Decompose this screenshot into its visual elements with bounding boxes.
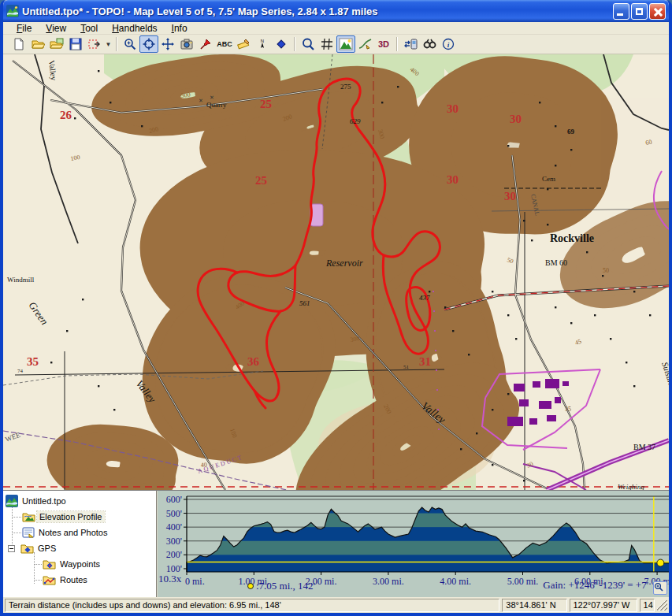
svg-text:0 mi.: 0 mi. <box>185 576 205 587</box>
export-dropdown-caret[interactable]: ▼ <box>104 35 113 53</box>
tree-item-label[interactable]: Elevation Profile <box>37 511 105 522</box>
magnifier-tool-button[interactable] <box>299 35 317 53</box>
pan-tool-button[interactable] <box>158 35 177 53</box>
compass-tool-button[interactable]: N <box>253 35 272 53</box>
app-window: Untitled.tpo* - TOPO! - Map Level 5 of 5… <box>0 0 672 616</box>
text-label-tool-button[interactable]: ABC <box>215 35 234 53</box>
menu-bar: File View Tool Handhelds Info <box>3 22 669 35</box>
svg-text:✕: ✕ <box>210 95 214 101</box>
tree-item-routes[interactable]: Routes <box>3 572 156 588</box>
tree-item-waypoints[interactable]: Waypoints <box>3 556 156 572</box>
profile-tool-button[interactable] <box>355 35 374 53</box>
svg-text:30: 30 <box>504 190 516 202</box>
save-button[interactable] <box>66 35 85 53</box>
status-message: Terrain distance (includes ups and downs… <box>5 599 499 612</box>
svg-text:✕: ✕ <box>199 98 203 104</box>
elevation-profile-panel[interactable]: 600'500'400'300'200'100'0 mi.1.00 mi.2.0… <box>158 491 669 597</box>
svg-text:BM 37: BM 37 <box>633 443 655 451</box>
tree-item-label[interactable]: Notes and Photos <box>39 528 107 537</box>
svg-text:74: 74 <box>17 368 24 374</box>
close-button[interactable] <box>649 3 666 20</box>
toolbar-separator <box>396 37 398 51</box>
grid-overlay-tool-button[interactable] <box>317 35 336 53</box>
status-bar: Terrain distance (includes ups and downs… <box>3 597 669 613</box>
import-map-button[interactable] <box>47 35 66 53</box>
svg-text:30: 30 <box>510 113 522 125</box>
title-bar[interactable]: Untitled.tpo* - TOPO! - Map Level 5 of 5… <box>3 0 669 22</box>
svg-text:Weighing: Weighing <box>618 483 644 490</box>
view-3d-tool-button[interactable]: 3D <box>374 35 393 53</box>
menu-info[interactable]: Info <box>165 23 195 34</box>
menu-view[interactable]: View <box>39 23 73 34</box>
tree-item-label[interactable]: GPS <box>38 544 56 553</box>
photo-tool-button[interactable] <box>177 35 196 53</box>
tree-item-label[interactable]: Routes <box>60 575 87 584</box>
collapse-toggle[interactable] <box>8 545 15 552</box>
resize-grip[interactable] <box>657 600 667 610</box>
tree-item-notes-photos[interactable]: Notes and Photos <box>3 525 156 540</box>
svg-text:437: 437 <box>419 294 430 302</box>
svg-text:300: 300 <box>180 91 191 99</box>
svg-text:300': 300' <box>166 536 182 547</box>
svg-text:5.00 mi.: 5.00 mi. <box>507 576 539 587</box>
svg-text:200': 200' <box>166 549 182 560</box>
profile-zoom-button[interactable] <box>653 581 667 595</box>
topo-map[interactable]: 26252530303030353631RockvilleBM 60Cem69B… <box>3 54 669 490</box>
routes-icon <box>43 574 56 585</box>
svg-text:629: 629 <box>350 117 361 125</box>
svg-text:3.00 mi.: 3.00 mi. <box>373 576 404 587</box>
app-icon <box>6 5 19 17</box>
new-document-button[interactable] <box>9 35 28 53</box>
svg-text:31: 31 <box>419 355 431 368</box>
status-latitude: 38°14.861' N <box>502 599 566 612</box>
svg-text:Windmill: Windmill <box>7 276 35 284</box>
notes-photos-icon <box>22 527 35 538</box>
menu-handhelds[interactable]: Handhelds <box>105 23 164 34</box>
waypoints-icon <box>43 558 56 570</box>
tpo-file-icon <box>6 495 18 507</box>
toolbar-separator <box>294 37 295 51</box>
pushpin-tool-button[interactable] <box>196 35 215 53</box>
gps-transfer-button[interactable] <box>401 35 420 53</box>
zoom-in-tool-button[interactable] <box>121 35 139 53</box>
vertical-exaggeration-label: 10.3x <box>158 573 181 585</box>
svg-text:BM 60: BM 60 <box>545 258 567 267</box>
svg-text:4.00 mi.: 4.00 mi. <box>440 576 471 587</box>
svg-text:275: 275 <box>340 83 351 91</box>
status-map-level: 14 <box>640 599 655 612</box>
toolbar: ▼ ABC N 3D <box>3 35 669 54</box>
open-file-button[interactable] <box>28 35 47 53</box>
tree-item-label[interactable]: Waypoints <box>60 559 100 569</box>
tree-item-elevation-profile[interactable]: Elevation Profile <box>3 509 156 525</box>
menu-tool[interactable]: Tool <box>73 23 105 34</box>
svg-text:Cem: Cem <box>542 175 555 183</box>
svg-text:Quarry: Quarry <box>206 101 227 109</box>
svg-text:i: i <box>447 41 450 49</box>
file-tree: Untitled.tpo Elevation Profile Notes and… <box>3 491 158 597</box>
svg-text:40: 40 <box>200 461 207 469</box>
end-marker-legend: :7.05 mi., 142' <box>247 580 315 592</box>
svg-text:35: 35 <box>565 406 571 413</box>
svg-text:69: 69 <box>567 128 575 135</box>
find-tool-button[interactable] <box>420 35 439 53</box>
tree-item-gps[interactable]: GPS <box>3 540 156 556</box>
ruler-tool-button[interactable] <box>234 35 253 53</box>
terrain-shading-tool-button[interactable] <box>336 35 355 53</box>
restore-button[interactable] <box>631 3 648 20</box>
waypoint-tool-button[interactable] <box>272 35 291 53</box>
window-title: Untitled.tpo* - TOPO! - Map Level 5 of 5… <box>22 6 611 17</box>
svg-text:36: 36 <box>247 355 260 368</box>
elevation-profile-icon <box>22 511 35 522</box>
svg-text:400': 400' <box>166 521 182 533</box>
tree-root-label[interactable]: Untitled.tpo <box>22 496 66 506</box>
info-tool-button[interactable]: i <box>439 35 458 53</box>
tree-root[interactable]: Untitled.tpo <box>3 493 156 509</box>
magnifier-plus-icon <box>654 582 663 592</box>
minimize-button[interactable] <box>613 3 629 20</box>
export-selection-button[interactable] <box>85 35 104 53</box>
svg-text:Rockville: Rockville <box>550 232 594 244</box>
svg-text:600': 600' <box>166 494 182 505</box>
bottom-panel: Untitled.tpo Elevation Profile Notes and… <box>3 490 669 597</box>
recenter-tool-button[interactable] <box>139 35 158 53</box>
menu-file[interactable]: File <box>9 23 39 34</box>
